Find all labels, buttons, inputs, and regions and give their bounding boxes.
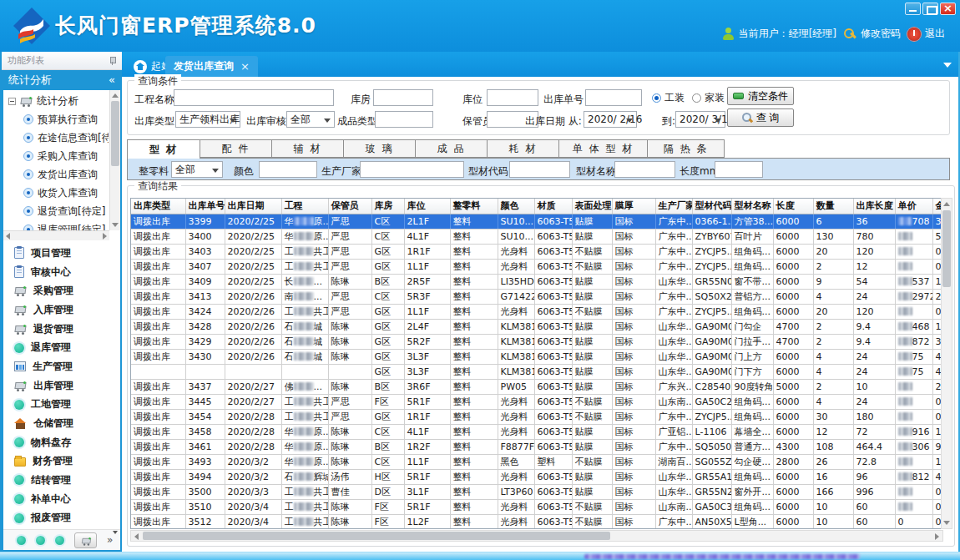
cell[interactable]: 2R5F (404, 274, 450, 289)
grid-vertical-scrollbar[interactable] (941, 198, 952, 529)
cell[interactable]: 1L2F (404, 514, 450, 529)
table-row[interactable]: 调拨出库35002020/3/3工共工程曹佳D区3L1F整料LT3P606063… (131, 484, 943, 499)
cell[interactable]: 整料 (450, 439, 498, 454)
cell[interactable]: 2020/3/3 (225, 484, 281, 499)
cell[interactable]: 调拨出库 (131, 469, 185, 484)
cell[interactable]: 3430 (185, 349, 225, 364)
cell[interactable]: 工共工程 (281, 514, 328, 529)
cell[interactable]: 佛... (281, 379, 328, 394)
cell[interactable]: 4L1F (404, 424, 450, 439)
cell[interactable]: 石城 (281, 319, 328, 334)
cell[interactable]: 窗不带... (731, 274, 773, 289)
footer-cart-button[interactable] (74, 532, 97, 548)
cell[interactable]: 工共工程 (281, 484, 328, 499)
cell[interactable] (895, 229, 932, 244)
cell[interactable]: 54 (853, 274, 895, 289)
cell[interactable]: 5R1F (404, 499, 450, 514)
cell[interactable] (185, 364, 225, 379)
material-tab-7[interactable]: 单 体 型 材 (559, 139, 648, 158)
cell[interactable]: 陈琳 (328, 499, 371, 514)
cell[interactable]: G区 (371, 334, 404, 349)
cell[interactable]: 工共工程 (281, 499, 328, 514)
cell[interactable]: 国标 (612, 259, 655, 274)
cell[interactable]: 24 (853, 289, 895, 304)
outbound-audit-select[interactable]: 全部 (286, 111, 335, 128)
cell[interactable]: C区 (371, 424, 404, 439)
cell[interactable]: 组角码... (731, 499, 773, 514)
cell[interactable]: 4 (813, 394, 853, 409)
cell[interactable]: 陈琳 (328, 334, 371, 349)
cell[interactable]: 严思 (328, 244, 371, 259)
cell[interactable]: 120 (853, 304, 895, 319)
cell[interactable]: 2020/2/25 (225, 229, 281, 244)
cell[interactable]: 门上方 (731, 349, 773, 364)
cell[interactable]: 6000 (773, 409, 813, 424)
tree-item-6[interactable]: 退货查询[待定] (5, 202, 109, 220)
cell[interactable]: 整料 (450, 214, 498, 229)
cell[interactable]: 调拨出库 (131, 274, 185, 289)
cell[interactable]: 华原... (281, 454, 328, 469)
grid-horizontal-scrollbar[interactable] (130, 530, 943, 542)
cell[interactable]: 6063-T5 (534, 364, 572, 379)
cell[interactable]: 门下方 (731, 364, 773, 379)
cell[interactable]: 贴膜 (572, 484, 612, 499)
cell[interactable]: 调拨出库 (131, 484, 185, 499)
cell[interactable]: GR55A11 (692, 469, 731, 484)
cell[interactable]: 20 (813, 304, 853, 319)
cell[interactable]: 光身料 (498, 514, 534, 529)
scroll-down-icon[interactable] (943, 521, 950, 525)
cell[interactable]: 调拨出库 (131, 379, 185, 394)
cell[interactable]: 3445 (185, 394, 225, 409)
cell[interactable]: 不贴膜 (572, 409, 612, 424)
cell[interactable]: 780 (853, 229, 895, 244)
cell[interactable]: 2020/2/28 (225, 439, 281, 454)
material-tab-8[interactable]: 隔 热 条 (648, 139, 725, 158)
tree-item-1[interactable]: 预算执行查询 (5, 110, 109, 129)
cell[interactable]: 6000 (773, 484, 813, 499)
scroll-up-icon[interactable] (112, 93, 119, 98)
cell[interactable]: 306 (895, 439, 932, 454)
cell[interactable]: 4 (813, 349, 853, 364)
cell[interactable]: 石辉城 (281, 469, 328, 484)
cell[interactable]: 2020/3/2 (225, 454, 281, 469)
table-row[interactable]: 调拨出库34942020/3/2石辉城汤伟H区5R1F整料光身料6063-T5贴… (131, 469, 943, 484)
cell[interactable]: C区 (371, 289, 404, 304)
cell[interactable]: 组角码... (731, 244, 773, 259)
table-row[interactable]: 调拨出库35122020/3/4工共工程陈琳F区1L2F整料光身料6063-T5… (131, 514, 943, 529)
cell[interactable]: 整料 (450, 349, 498, 364)
product-type-input[interactable] (375, 111, 433, 128)
cell[interactable]: 166 (813, 484, 853, 499)
cell[interactable]: 调拨出库 (131, 514, 185, 529)
cell[interactable]: 3500 (185, 484, 225, 499)
cell[interactable]: 872 (895, 334, 932, 349)
sidebar-item-11[interactable]: 物料盘存 (3, 433, 120, 452)
scroll-thumb[interactable] (111, 101, 119, 166)
cell[interactable]: 537 (895, 274, 932, 289)
table-row[interactable]: 调拨出库34582020/2/28华原...陈琳C区4L1F整料光身料6063-… (131, 424, 943, 439)
cell[interactable]: 2 (813, 334, 853, 349)
sidebar-item-13[interactable]: 结转管理 (3, 471, 120, 490)
cell[interactable]: 整料 (450, 424, 498, 439)
cell[interactable]: 国标 (612, 289, 655, 304)
tree-item-2[interactable]: 在途信息查询[待 (5, 129, 109, 147)
cell[interactable]: F8877FT (498, 439, 534, 454)
column-header-1[interactable]: 出库类型 (131, 199, 185, 214)
cell[interactable] (895, 394, 932, 409)
cell[interactable]: 6063-T5 (534, 394, 572, 409)
cell[interactable]: 24 (853, 364, 895, 379)
cell[interactable]: 6063-T5 (534, 379, 572, 394)
column-header-14[interactable]: 型材代码 (692, 199, 731, 214)
cell[interactable] (225, 364, 281, 379)
table-row[interactable]: 调拨出库34372020/2/27佛...陈琳B区3R6F整料PW056063-… (131, 379, 943, 394)
cell[interactable]: 整料 (450, 379, 498, 394)
cell[interactable]: 6000 (773, 274, 813, 289)
cell[interactable] (895, 244, 932, 259)
cell[interactable]: 6000 (773, 394, 813, 409)
cell[interactable]: 整料 (450, 364, 498, 379)
sidebar-item-12[interactable]: 财务管理 (3, 452, 120, 471)
cell[interactable]: KLM3817 (498, 364, 534, 379)
cell[interactable]: 陈琳 (328, 274, 371, 289)
cell[interactable]: 国标 (612, 409, 655, 424)
cell[interactable]: 4300 (773, 439, 813, 454)
cell[interactable]: 工共工程 (281, 244, 328, 259)
